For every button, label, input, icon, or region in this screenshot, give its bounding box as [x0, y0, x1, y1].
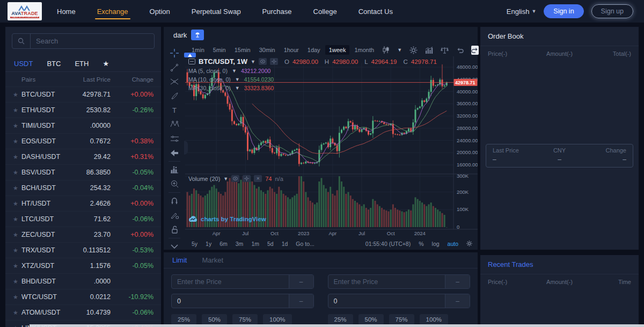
zoom-in-tool-icon[interactable]: [164, 177, 185, 192]
interval-1month[interactable]: 1month: [350, 45, 378, 55]
percent-25[interactable]: 25%: [328, 314, 353, 325]
search-icon[interactable]: [12, 34, 31, 48]
symbol-caret-icon[interactable]: ▼: [251, 59, 255, 64]
position-tool-icon[interactable]: [164, 132, 185, 146]
crosshair-tool-icon[interactable]: [164, 46, 185, 61]
star-icon[interactable]: ★: [13, 91, 21, 98]
pair-row-wtc[interactable]: ★WTC/USDT0.0212-10.92%: [5, 289, 161, 304]
pair-row-bhd[interactable]: ★BHD/USDT.0000: [5, 273, 161, 289]
ma30-caret-icon[interactable]: ▼: [235, 85, 240, 91]
sign-in-button[interactable]: Sign in: [544, 4, 583, 18]
eye-icon[interactable]: [231, 175, 239, 182]
compare-scales-icon[interactable]: [441, 47, 449, 54]
pair-row-eos[interactable]: ★EOS/USDT0.7672+0.38%: [5, 133, 161, 149]
percent-100[interactable]: 100%: [420, 314, 448, 325]
gear-icon[interactable]: [270, 58, 278, 65]
star-icon[interactable]: ★: [13, 185, 21, 192]
percent-75[interactable]: 75%: [389, 314, 414, 325]
range-6m[interactable]: 6m: [219, 241, 228, 247]
nav-item-perpetual-swap[interactable]: Perpetual Swap: [192, 0, 241, 23]
text-tool-icon[interactable]: T: [164, 103, 185, 118]
star-icon[interactable]: ★: [13, 278, 21, 285]
interval-1day[interactable]: 1day: [304, 45, 324, 55]
sign-up-button[interactable]: Sign up: [591, 4, 633, 18]
pair-row-ltc[interactable]: ★LTC/USDT71.62-0.06%: [5, 211, 161, 227]
theme-toggle-button[interactable]: [191, 30, 204, 40]
percent-25[interactable]: 25%: [171, 314, 196, 325]
buy-price-input[interactable]: [172, 275, 289, 288]
star-icon[interactable]: ★: [13, 154, 21, 161]
star-icon[interactable]: ★: [13, 138, 21, 145]
star-icon[interactable]: ★: [13, 122, 21, 129]
range-3m[interactable]: 3m: [236, 241, 244, 247]
nav-item-contact-us[interactable]: Contact Us: [358, 0, 393, 23]
buy-price-unit[interactable]: –: [289, 275, 313, 288]
footer-gear-icon[interactable]: [466, 241, 472, 248]
tab-favorites[interactable]: ★: [103, 60, 109, 68]
percent-50[interactable]: 50%: [202, 314, 227, 325]
brush-tool-icon[interactable]: [164, 89, 185, 104]
pair-row-dash[interactable]: ★DASH/USDT29.42+0.31%: [5, 149, 161, 164]
ma5-caret-icon[interactable]: ▼: [232, 68, 237, 74]
ma10-caret-icon[interactable]: ▼: [235, 77, 240, 82]
tab-limit[interactable]: Limit: [172, 256, 187, 264]
nav-item-college[interactable]: College: [313, 0, 337, 23]
indicators-icon[interactable]: [425, 47, 433, 54]
nav-item-home[interactable]: Home: [57, 0, 76, 23]
percent-100[interactable]: 100%: [263, 314, 291, 325]
goto-button[interactable]: Go to...: [296, 241, 314, 247]
range-5y[interactable]: 5y: [192, 241, 197, 247]
nav-item-option[interactable]: Option: [150, 0, 170, 23]
interval-5min[interactable]: 5min: [209, 45, 230, 55]
sell-price-input[interactable]: [328, 275, 445, 288]
pair-row-eth[interactable]: ★ETH/USDT2530.82-0.26%: [5, 102, 161, 118]
log-scale-button[interactable]: log: [432, 241, 440, 247]
tradingview-attribution[interactable]: charts by TradingView: [188, 216, 266, 222]
tab-market[interactable]: Market: [202, 256, 223, 264]
candlestick-style-icon[interactable]: [382, 46, 390, 54]
volume-caret-icon[interactable]: ▼: [223, 176, 228, 181]
eye-icon[interactable]: [259, 58, 267, 65]
range-5d[interactable]: 5d: [267, 241, 274, 247]
pair-row-bsv[interactable]: ★BSV/USDT86.3850-0.05%: [5, 164, 161, 180]
avatrade-logo[interactable]: AVATRADE TRADE WITH CONFIDENCE: [8, 2, 42, 20]
star-icon[interactable]: ★: [13, 200, 21, 207]
xabcd-pattern-tool-icon[interactable]: [164, 118, 185, 132]
style-dropdown-caret[interactable]: ▼: [397, 47, 402, 53]
hide-drawings-arrow-icon[interactable]: [164, 146, 185, 161]
pair-row-xtz[interactable]: ★XTZ/USDT1.1576-0.05%: [5, 258, 161, 273]
star-icon[interactable]: ★: [13, 247, 21, 254]
redo-icon[interactable]: [471, 46, 479, 55]
magnet-tool-icon[interactable]: [164, 194, 185, 208]
pair-row-trx[interactable]: ★TRX/USDT0.113512-0.53%: [5, 242, 161, 258]
pair-row-btc[interactable]: ★BTC/USDT42978.71+0.00%: [5, 86, 161, 102]
range-1m[interactable]: 1m: [251, 241, 259, 247]
lock-drawings-tool-icon[interactable]: [164, 208, 185, 223]
star-icon[interactable]: ★: [13, 107, 21, 114]
range-1d[interactable]: 1d: [282, 241, 288, 247]
search-input[interactable]: [31, 34, 154, 48]
pair-row-bch[interactable]: ★BCH/USDT254.32-0.04%: [5, 180, 161, 195]
fib-tool-icon[interactable]: [164, 75, 185, 89]
trend-line-tool-icon[interactable]: [164, 61, 185, 75]
settings-gear-icon[interactable]: [409, 46, 418, 54]
interval-15min[interactable]: 15min: [231, 45, 254, 55]
star-icon[interactable]: ★: [13, 325, 21, 327]
star-icon[interactable]: ★: [13, 169, 21, 176]
close-icon[interactable]: ✕: [254, 175, 262, 182]
pair-row-atom[interactable]: ★ATOM/USDT10.4739-0.06%: [5, 304, 161, 320]
star-icon[interactable]: ★: [13, 216, 21, 223]
pair-row-timi[interactable]: ★TIMI/USDT.00000: [5, 118, 161, 133]
language-selector[interactable]: English ▼: [507, 8, 537, 16]
star-icon[interactable]: ★: [13, 294, 21, 301]
percent-75[interactable]: 75%: [232, 314, 258, 325]
nav-item-purchase[interactable]: Purchase: [262, 0, 292, 23]
percent-50[interactable]: 50%: [358, 314, 384, 325]
tab-usdt[interactable]: USDT: [14, 60, 33, 68]
unlock-tool-icon[interactable]: [164, 222, 185, 237]
percent-scale-button[interactable]: %: [419, 241, 423, 247]
star-icon[interactable]: ★: [13, 231, 21, 238]
sell-amount-unit[interactable]: –: [445, 294, 470, 308]
sell-price-unit[interactable]: –: [445, 275, 470, 288]
interval-1hour[interactable]: 1hour: [280, 45, 303, 55]
